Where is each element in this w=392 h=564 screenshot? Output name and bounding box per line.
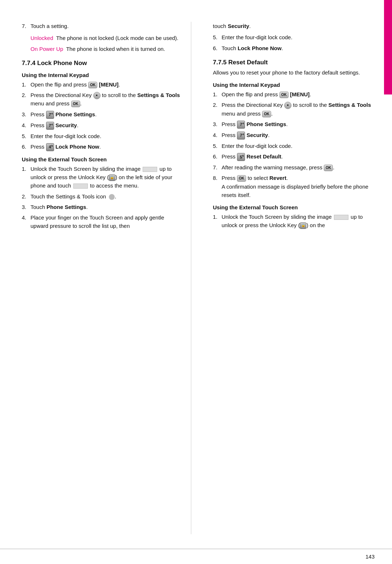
right-column: touch Security. 5. Enter the four-digit … <box>206 22 375 534</box>
ok-key-icon: OK <box>324 165 333 171</box>
list-item: 6. Press 45 Lock Phone Now. <box>22 142 184 151</box>
step-number: 6. <box>213 152 220 161</box>
step-text: Unlock the Touch Screen by sliding the i… <box>222 213 375 230</box>
step-number: 2. <box>22 192 28 201</box>
step-text: Enter the four-digit lock code. <box>222 142 375 150</box>
step-text: Press 74 Phone Settings. <box>30 110 184 119</box>
list-item: 1. Unlock the Touch Screen by sliding th… <box>22 165 184 190</box>
step-number: 3. <box>213 120 220 128</box>
ok-key-icon: OK <box>88 82 97 88</box>
step-number: 2. <box>213 101 220 109</box>
unlock-key-icon-r: 🔒 <box>300 222 306 229</box>
onpowerup-label: On Power Up <box>30 46 63 52</box>
list-item: 2. Touch the Settings & Tools icon . <box>22 192 184 201</box>
step-number: 1. <box>213 90 220 98</box>
step-number: 2. <box>22 91 28 99</box>
menu-image-placeholder <box>73 184 88 189</box>
step-text: Open the flip and press OK [MENU]. <box>30 80 184 89</box>
step-number: 4. <box>22 213 28 222</box>
external-steps-list-right: 1. Unlock the Touch Screen by sliding th… <box>213 213 375 230</box>
step-text: Touch Phone Settings. <box>30 203 184 211</box>
external-touch-heading-left: Using the External Touch Screen <box>22 156 184 162</box>
internal-steps-list-left: 1. Open the flip and press OK [MENU]. 2.… <box>22 80 184 151</box>
list-item: 1. Open the flip and press OK [MENU]. <box>22 80 184 89</box>
section-775-heading: 7.7.5 Reset Default <box>213 59 375 66</box>
security-key-icon: 74 <box>46 122 54 130</box>
directional-key-icon: ● <box>93 92 101 99</box>
list-item: 1. Open the flip and press OK [MENU]. <box>213 90 375 98</box>
step-number: 7. <box>22 22 28 30</box>
list-item: 5. Enter the four-digit lock code. <box>22 132 184 140</box>
internal-steps-list-right: 1. Open the flip and press OK [MENU]. 2.… <box>213 90 375 199</box>
step-number: 4. <box>213 131 220 139</box>
step-number: 7. <box>213 163 220 172</box>
reset-desc: Allows you to reset your phone to the fa… <box>213 68 375 77</box>
list-item: 8. Press OK to select Revert. A confirma… <box>213 174 375 199</box>
list-item: 7. After reading the warning message, pr… <box>213 163 375 172</box>
step-text: Press the Directional Key ● to scroll to… <box>30 91 184 108</box>
security-label: Security <box>56 122 77 128</box>
step-text: Press 74 Security. <box>30 121 184 130</box>
step-text: Touch the Settings & Tools icon . <box>30 192 184 201</box>
ok-key-icon: OK <box>237 175 246 182</box>
step-number: 6. <box>22 142 28 151</box>
step-number: 8. <box>213 174 220 182</box>
security-touch-label: Security <box>228 23 249 29</box>
settings-tools-label: Settings & Tools <box>328 102 371 108</box>
list-item: 4. Press 74 Security. <box>22 121 184 130</box>
step-text: After reading the warning message, press… <box>222 163 375 172</box>
ok-key-icon: OK <box>262 111 271 117</box>
list-item: 2. Press the Directional Key ● to scroll… <box>213 101 375 118</box>
list-item: 3. Press 74 Phone Settings. <box>213 120 375 129</box>
step-text: Press the Directional Key ● to scroll to… <box>222 101 375 118</box>
list-item: 6. Press 56 Reset Default. <box>213 152 375 161</box>
step-number: 1. <box>22 80 28 89</box>
reset-key-icon: 56 <box>237 153 245 161</box>
unlocked-text: The phone is not locked (Lock mode can b… <box>56 35 179 41</box>
step-number: 6. <box>213 44 220 52</box>
list-item: 6. Touch Lock Phone Now. <box>213 44 375 52</box>
left-column: 7. Touch a setting. Unlocked The phone i… <box>22 22 191 534</box>
step-text: Press OK to select Revert. A confirmatio… <box>222 174 375 199</box>
revert-label: Revert <box>269 175 286 181</box>
page: 7. Touch a setting. Unlocked The phone i… <box>0 0 392 564</box>
step-number: 1. <box>22 165 28 173</box>
phone-settings-label-r: Phone Settings <box>246 121 286 127</box>
step-number: 3. <box>22 110 28 118</box>
continued-steps-right: 5. Enter the four-digit lock code. 6. To… <box>213 33 375 52</box>
step-text: Press 74 Security. <box>222 131 375 140</box>
phone-settings-key-icon-r: 74 <box>237 121 245 129</box>
security-label-r: Security <box>246 132 268 138</box>
step-text: Press 74 Phone Settings. <box>222 120 375 129</box>
list-item: 3. Press 74 Phone Settings. <box>22 110 184 119</box>
page-footer: 143 <box>0 549 392 564</box>
ok-key-icon: OK <box>279 92 289 98</box>
external-steps-list-left: 1. Unlock the Touch Screen by sliding th… <box>22 165 184 230</box>
list-item: 4. Press 74 Security. <box>213 131 375 140</box>
step-text: Touch Lock Phone Now. <box>222 44 375 52</box>
step-number: 3. <box>22 203 28 211</box>
menu-label: [MENU] <box>290 91 310 97</box>
lock-now-key-icon: 45 <box>46 143 54 151</box>
section-774-heading: 7.7.4 Lock Phone Now <box>22 60 184 67</box>
step-number: 5. <box>213 33 220 41</box>
step-text: Place your finger on the Touch Screen an… <box>30 213 184 230</box>
step-number: 1. <box>213 213 220 221</box>
internal-keypad-heading-left: Using the Internal Keypad <box>22 72 184 78</box>
step-text: Enter the four-digit lock code. <box>30 132 184 140</box>
settings-tools-icon <box>109 194 115 200</box>
lock-phone-now-right-label: Lock Phone Now <box>238 45 282 51</box>
slide-image-placeholder-r <box>334 215 348 220</box>
list-item: 2. Press the Directional Key ● to scroll… <box>22 91 184 108</box>
step-text: Press 56 Reset Default. <box>222 152 375 161</box>
step-text: Touch a setting. <box>30 22 184 30</box>
sidebar-accent-bar <box>384 0 392 94</box>
list-item: 5. Enter the four-digit lock code. <box>213 33 375 41</box>
internal-keypad-heading-right: Using the Internal Keypad <box>213 82 375 88</box>
onpowerup-desc: On Power Up The phone is locked when it … <box>30 45 184 53</box>
menu-label: [MENU] <box>99 81 118 88</box>
step-number: 4. <box>22 121 28 129</box>
continued-step-text: touch Security. <box>213 22 375 30</box>
phone-settings-label: Phone Settings <box>56 111 95 117</box>
directional-key-icon: ● <box>284 102 291 109</box>
